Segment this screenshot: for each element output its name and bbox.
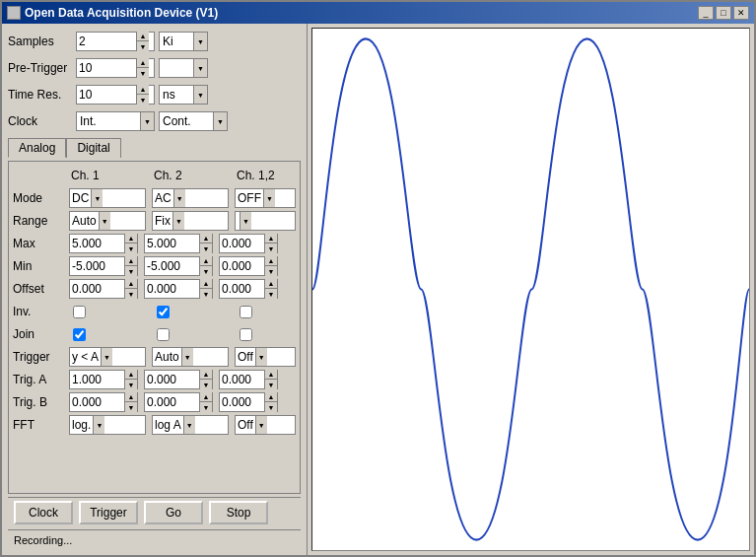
max-ch1-input[interactable] <box>70 235 124 252</box>
offset-ch2-box[interactable]: ▲ ▼ <box>144 279 213 299</box>
offset-ch12-box[interactable]: ▲ ▼ <box>219 279 278 299</box>
max-ch12-input[interactable] <box>220 235 264 252</box>
trigb-ch1-up[interactable]: ▲ <box>125 392 137 402</box>
max-ch12-box[interactable]: ▲ ▼ <box>219 234 278 253</box>
timeres-down[interactable]: ▼ <box>137 95 149 104</box>
triga-ch2-box[interactable]: ▲ ▼ <box>144 370 213 389</box>
triga-ch12-up[interactable]: ▲ <box>265 370 277 380</box>
offset-ch12-up[interactable]: ▲ <box>265 279 277 289</box>
trig-ch2-combo[interactable]: Auto ▼ <box>152 347 229 367</box>
min-ch2-input[interactable] <box>145 257 199 275</box>
triga-ch1-input[interactable] <box>70 371 124 388</box>
inv-ch12-checkbox[interactable] <box>240 306 252 318</box>
timeres-input[interactable] <box>77 86 136 104</box>
timeres-up[interactable]: ▲ <box>137 85 149 95</box>
max-ch2-down[interactable]: ▼ <box>200 244 212 253</box>
offset-ch2-down[interactable]: ▼ <box>200 289 212 299</box>
trigb-ch2-up[interactable]: ▲ <box>200 392 212 402</box>
samples-input[interactable] <box>77 33 136 50</box>
timeres-spinbox[interactable]: ▲ ▼ <box>76 85 155 104</box>
tab-digital[interactable]: Digital <box>66 138 120 158</box>
min-ch12-input[interactable] <box>220 257 264 275</box>
offset-ch1-up[interactable]: ▲ <box>125 279 137 289</box>
max-ch2-input[interactable] <box>145 235 199 252</box>
min-ch12-box[interactable]: ▲ ▼ <box>219 256 278 276</box>
samples-spinbox[interactable]: ▲ ▼ <box>76 32 155 51</box>
trigb-ch2-down[interactable]: ▼ <box>200 402 212 412</box>
max-ch12-up[interactable]: ▲ <box>265 234 277 244</box>
min-ch2-box[interactable]: ▲ ▼ <box>144 256 213 276</box>
trigb-ch12-box[interactable]: ▲ ▼ <box>219 392 278 412</box>
max-ch1-down[interactable]: ▼ <box>125 244 137 253</box>
go-button[interactable]: Go <box>144 501 203 524</box>
fft-ch1-combo[interactable]: log. ▼ <box>69 415 146 435</box>
range-ch12-combo[interactable]: ▼ <box>235 211 296 231</box>
min-ch2-up[interactable]: ▲ <box>200 256 212 266</box>
range-ch1-combo[interactable]: Auto ▼ <box>69 211 146 231</box>
clock-mode-combo[interactable]: Int. ▼ <box>76 111 155 131</box>
pretrigger-down[interactable]: ▼ <box>137 68 149 78</box>
offset-ch1-box[interactable]: ▲ ▼ <box>69 279 138 299</box>
offset-ch12-down[interactable]: ▼ <box>265 289 277 299</box>
trigb-ch1-box[interactable]: ▲ ▼ <box>69 392 138 412</box>
min-ch12-up[interactable]: ▲ <box>265 256 277 266</box>
offset-ch1-down[interactable]: ▼ <box>125 289 137 299</box>
max-ch2-box[interactable]: ▲ ▼ <box>144 234 213 253</box>
max-ch1-up[interactable]: ▲ <box>125 234 137 244</box>
trigb-ch12-down[interactable]: ▼ <box>265 402 277 412</box>
triga-ch2-up[interactable]: ▲ <box>200 370 212 380</box>
min-ch1-down[interactable]: ▼ <box>125 266 137 276</box>
min-ch1-up[interactable]: ▲ <box>125 256 137 266</box>
fft-ch12-combo[interactable]: Off ▼ <box>235 415 296 435</box>
min-ch1-input[interactable] <box>70 257 124 275</box>
triga-ch12-input[interactable] <box>220 371 264 388</box>
range-ch2-combo[interactable]: Fix ▼ <box>152 211 229 231</box>
trigb-ch12-input[interactable] <box>220 393 264 411</box>
timeres-unit-combo[interactable]: ns ▼ <box>159 85 208 104</box>
clock-type-combo[interactable]: Cont. ▼ <box>159 111 228 131</box>
clock-button[interactable]: Clock <box>14 501 73 524</box>
samples-unit-combo[interactable]: Ki ▼ <box>159 32 208 51</box>
offset-ch1-input[interactable] <box>70 280 124 298</box>
triga-ch1-up[interactable]: ▲ <box>125 370 137 380</box>
min-ch12-down[interactable]: ▼ <box>265 266 277 276</box>
pretrigger-unit-combo[interactable]: ▼ <box>159 58 208 78</box>
triga-ch2-down[interactable]: ▼ <box>200 380 212 389</box>
pretrigger-spinbox[interactable]: ▲ ▼ <box>76 58 155 78</box>
trigb-ch1-down[interactable]: ▼ <box>125 402 137 412</box>
max-ch2-up[interactable]: ▲ <box>200 234 212 244</box>
maximize-button[interactable]: □ <box>716 6 731 20</box>
offset-ch12-input[interactable] <box>220 280 264 298</box>
tab-analog[interactable]: Analog <box>8 138 66 158</box>
trigb-ch2-box[interactable]: ▲ ▼ <box>144 392 213 412</box>
pretrigger-input[interactable] <box>77 59 136 77</box>
join-ch1-checkbox[interactable] <box>73 328 86 341</box>
close-button[interactable]: ✕ <box>733 6 749 20</box>
inv-ch1-checkbox[interactable] <box>73 306 86 318</box>
offset-ch2-up[interactable]: ▲ <box>200 279 212 289</box>
samples-down[interactable]: ▼ <box>137 41 149 51</box>
trigb-ch12-up[interactable]: ▲ <box>265 392 277 402</box>
min-ch1-box[interactable]: ▲ ▼ <box>69 256 138 276</box>
triga-ch12-box[interactable]: ▲ ▼ <box>219 370 278 389</box>
triga-ch12-down[interactable]: ▼ <box>265 380 277 389</box>
mode-ch1-combo[interactable]: DC ▼ <box>69 188 146 208</box>
join-ch12-checkbox[interactable] <box>240 328 252 341</box>
triga-ch1-down[interactable]: ▼ <box>125 380 137 389</box>
inv-ch2-checkbox[interactable] <box>157 306 170 318</box>
trig-ch12-combo[interactable]: Off ▼ <box>235 347 296 367</box>
stop-button[interactable]: Stop <box>209 501 268 524</box>
min-ch2-down[interactable]: ▼ <box>200 266 212 276</box>
triga-ch1-box[interactable]: ▲ ▼ <box>69 370 138 389</box>
offset-ch2-input[interactable] <box>145 280 199 298</box>
triga-ch2-input[interactable] <box>145 371 199 388</box>
minimize-button[interactable]: _ <box>698 6 714 20</box>
max-ch12-down[interactable]: ▼ <box>265 244 277 253</box>
pretrigger-up[interactable]: ▲ <box>137 58 149 68</box>
mode-ch12-combo[interactable]: OFF ▼ <box>235 188 296 208</box>
fft-ch2-combo[interactable]: log A ▼ <box>152 415 229 435</box>
trigb-ch1-input[interactable] <box>70 393 124 411</box>
trigb-ch2-input[interactable] <box>145 393 199 411</box>
mode-ch2-combo[interactable]: AC ▼ <box>152 188 229 208</box>
join-ch2-checkbox[interactable] <box>157 328 170 341</box>
